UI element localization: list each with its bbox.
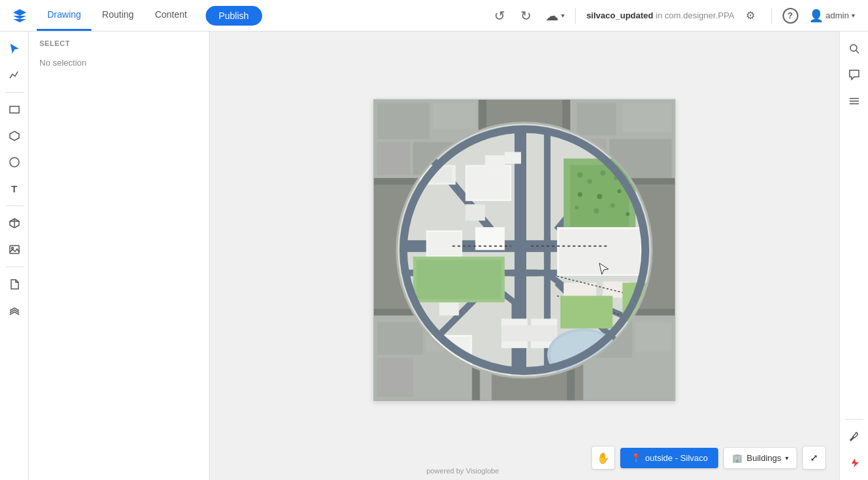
- svg-rect-76: [465, 204, 485, 221]
- bottom-bar: ✋ 📍 outside - Silvaco 🏢 Buildings ▾ ⤢: [591, 446, 826, 469]
- circle-tool-button[interactable]: [3, 150, 26, 174]
- panel-section-header: SELECT: [29, 32, 209, 53]
- map-svg: [374, 99, 675, 400]
- svg-point-59: [597, 194, 603, 199]
- undo-redo-group: ↺ ↻: [488, 4, 537, 28]
- svg-point-56: [600, 170, 605, 175]
- layers-tool-button[interactable]: [3, 299, 26, 322]
- rect-tool-button[interactable]: [3, 98, 26, 121]
- svg-point-58: [578, 192, 582, 196]
- svg-rect-99: [560, 295, 613, 328]
- topbar: Drawing Routing Content Publish ↺ ↻ ☁ ▾ …: [0, 0, 868, 32]
- redo-button[interactable]: ↻: [514, 4, 537, 28]
- cloud-sync-button[interactable]: ☁ ▾: [540, 5, 570, 26]
- svg-point-64: [626, 212, 629, 216]
- svg-rect-14: [377, 142, 410, 175]
- svg-rect-18: [622, 102, 672, 132]
- location-icon: 📍: [631, 453, 641, 463]
- project-info: silvaco_updated in com.designer.PPA ⚙: [581, 5, 765, 26]
- svg-rect-0: [10, 106, 19, 113]
- right-sidebar-divider: [845, 419, 863, 420]
- canvas-area[interactable]: powered by Visioglobe ✋ 📍 outside - Silv…: [210, 32, 839, 480]
- list-panel-button[interactable]: [842, 89, 866, 113]
- svg-rect-81: [428, 231, 461, 255]
- svg-rect-68: [467, 166, 510, 200]
- svg-rect-22: [377, 322, 423, 355]
- left-panel: SELECT No selection: [29, 32, 210, 480]
- svg-point-103: [850, 45, 857, 51]
- cloud-dropdown-icon: ▾: [561, 12, 564, 19]
- tab-drawing[interactable]: Drawing: [37, 0, 91, 31]
- svg-point-60: [617, 189, 621, 193]
- svg-marker-1: [10, 131, 19, 141]
- graph-tool-button[interactable]: [3, 63, 26, 87]
- svg-rect-24: [377, 358, 413, 397]
- svg-point-2: [10, 158, 19, 167]
- tab-routing[interactable]: Routing: [91, 0, 144, 31]
- user-icon: 👤: [809, 9, 823, 23]
- svg-rect-72: [559, 229, 640, 274]
- right-sidebar: [839, 32, 868, 480]
- comments-panel-button[interactable]: [842, 63, 866, 87]
- polygon-tool-button[interactable]: [3, 124, 26, 148]
- location-button[interactable]: 📍 outside - Silvaco: [620, 448, 718, 468]
- map-container[interactable]: [373, 98, 675, 401]
- svg-point-62: [594, 208, 599, 213]
- user-menu-button[interactable]: 👤 admin ▾: [804, 6, 860, 26]
- buildings-button[interactable]: 🏢 Buildings ▾: [723, 447, 797, 469]
- sidebar-divider-3: [5, 267, 24, 267]
- divider: [575, 8, 576, 24]
- publish-button[interactable]: Publish: [206, 6, 262, 26]
- svg-rect-70: [505, 152, 521, 164]
- cloud-icon: ☁: [545, 8, 559, 24]
- svg-rect-69: [485, 155, 505, 168]
- svg-rect-12: [377, 102, 430, 139]
- project-settings-button[interactable]: ⚙: [740, 5, 761, 26]
- hand-icon: ✋: [597, 452, 610, 464]
- search-panel-button[interactable]: [842, 37, 866, 60]
- svg-rect-17: [577, 102, 616, 135]
- tools-panel-button[interactable]: [842, 425, 866, 448]
- project-name: silvaco_updated in com.designer.PPA: [586, 11, 734, 20]
- svg-line-104: [856, 51, 859, 53]
- svg-point-54: [578, 172, 583, 177]
- help-icon: ?: [783, 8, 798, 24]
- hand-tool-button[interactable]: ✋: [591, 446, 615, 469]
- tool-sidebar: T: [0, 32, 29, 480]
- svg-point-55: [587, 179, 592, 183]
- svg-point-6: [11, 248, 13, 250]
- sidebar-divider-2: [5, 206, 24, 206]
- buildings-label: Buildings: [746, 453, 781, 463]
- svg-rect-83: [440, 302, 459, 315]
- undo-button[interactable]: ↺: [488, 4, 511, 28]
- sidebar-divider-1: [5, 92, 24, 93]
- svg-point-61: [575, 206, 579, 209]
- fullscreen-button[interactable]: ⤢: [802, 446, 826, 469]
- tab-content[interactable]: Content: [145, 0, 198, 31]
- svg-rect-94: [417, 259, 501, 299]
- image-tool-button[interactable]: [3, 238, 26, 261]
- box3d-tool-button[interactable]: [3, 211, 26, 235]
- svg-rect-27: [635, 322, 672, 351]
- main-layout: T SELECT No selection: [0, 32, 868, 480]
- nav-tabs: Drawing Routing Content: [37, 0, 198, 31]
- user-label: admin: [826, 11, 849, 20]
- svg-point-63: [610, 203, 615, 207]
- divider2: [771, 8, 772, 24]
- help-button[interactable]: ?: [777, 5, 804, 26]
- user-dropdown-icon: ▾: [852, 12, 855, 19]
- buildings-dropdown-icon: ▾: [785, 454, 788, 462]
- no-selection-text: No selection: [29, 53, 209, 73]
- powered-by-text: powered by Visioglobe: [426, 467, 499, 475]
- buildings-icon: 🏢: [732, 453, 742, 463]
- svg-rect-79: [501, 325, 557, 341]
- flash-panel-button[interactable]: [842, 451, 866, 475]
- text-tool-button[interactable]: T: [3, 177, 26, 200]
- select-tool-button[interactable]: [3, 37, 26, 60]
- file-tool-button[interactable]: [3, 273, 26, 296]
- app-logo: [8, 4, 32, 28]
- fullscreen-icon: ⤢: [810, 452, 818, 463]
- svg-rect-13: [433, 102, 476, 129]
- location-label: outside - Silvaco: [645, 453, 708, 463]
